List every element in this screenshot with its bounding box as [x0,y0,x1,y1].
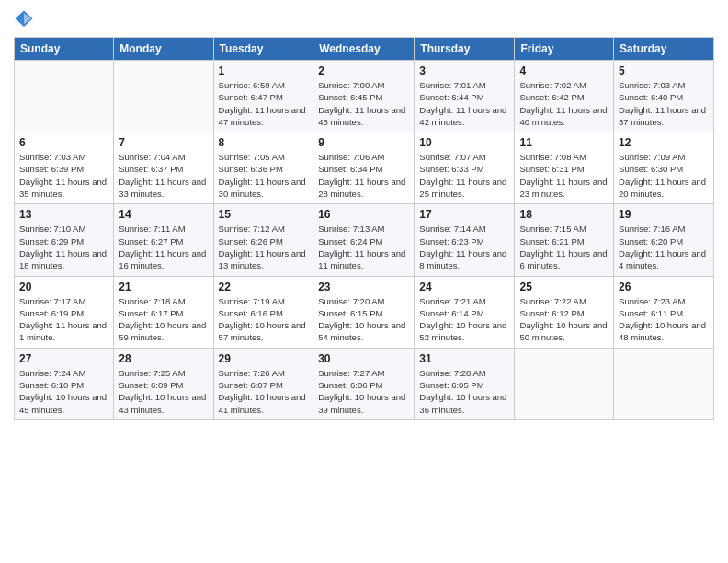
day-number: 4 [519,64,609,77]
day-number: 7 [119,136,208,149]
day-number: 15 [219,208,309,221]
day-number: 13 [19,208,108,221]
day-info: Sunrise: 7:06 AMSunset: 6:34 PMDaylight:… [318,151,409,200]
logo [14,9,38,29]
day-number: 30 [318,352,409,365]
day-info: Sunrise: 7:20 AMSunset: 6:15 PMDaylight:… [318,295,409,344]
day-info: Sunrise: 7:00 AMSunset: 6:45 PMDaylight:… [318,79,409,128]
day-info: Sunrise: 7:26 AMSunset: 6:07 PMDaylight:… [219,367,309,416]
day-number: 14 [119,208,208,221]
day-info: Sunrise: 7:25 AMSunset: 6:09 PMDaylight:… [119,367,208,416]
calendar-table: SundayMondayTuesdayWednesdayThursdayFrid… [14,37,714,420]
calendar-cell [515,348,614,419]
weekday-header-monday: Monday [114,38,213,61]
calendar-cell: 15Sunrise: 7:12 AMSunset: 6:26 PMDayligh… [213,204,313,276]
calendar-cell: 12Sunrise: 7:09 AMSunset: 6:30 PMDayligh… [614,132,714,204]
day-info: Sunrise: 7:11 AMSunset: 6:27 PMDaylight:… [119,223,208,271]
calendar-cell: 30Sunrise: 7:27 AMSunset: 6:06 PMDayligh… [313,348,415,419]
day-number: 28 [119,352,208,365]
day-info: Sunrise: 7:24 AMSunset: 6:10 PMDaylight:… [19,367,108,416]
day-number: 25 [519,281,609,293]
day-info: Sunrise: 7:08 AMSunset: 6:31 PMDaylight:… [519,151,609,200]
day-number: 5 [619,64,709,77]
day-number: 23 [318,281,409,293]
calendar-week-1: 1Sunrise: 6:59 AMSunset: 6:47 PMDaylight… [15,61,714,132]
day-number: 20 [19,281,108,293]
calendar-cell: 25Sunrise: 7:22 AMSunset: 6:12 PMDayligh… [515,276,614,348]
calendar-cell [614,348,714,419]
day-info: Sunrise: 7:27 AMSunset: 6:06 PMDaylight:… [318,367,409,416]
weekday-header-row: SundayMondayTuesdayWednesdayThursdayFrid… [15,38,714,61]
calendar-cell: 24Sunrise: 7:21 AMSunset: 6:14 PMDayligh… [415,276,515,348]
logo-icon [14,9,34,29]
calendar-cell: 17Sunrise: 7:14 AMSunset: 6:23 PMDayligh… [415,204,515,276]
day-info: Sunrise: 6:59 AMSunset: 6:47 PMDaylight:… [219,79,309,128]
day-number: 29 [219,352,309,365]
day-info: Sunrise: 7:23 AMSunset: 6:11 PMDaylight:… [619,295,709,344]
calendar-week-3: 13Sunrise: 7:10 AMSunset: 6:29 PMDayligh… [15,204,714,276]
day-info: Sunrise: 7:05 AMSunset: 6:36 PMDaylight:… [219,151,309,200]
day-info: Sunrise: 7:12 AMSunset: 6:26 PMDaylight:… [219,223,309,271]
day-info: Sunrise: 7:07 AMSunset: 6:33 PMDaylight:… [419,151,509,200]
day-info: Sunrise: 7:13 AMSunset: 6:24 PMDaylight:… [318,223,409,271]
day-number: 8 [219,136,309,149]
day-number: 16 [318,208,409,221]
calendar-cell: 13Sunrise: 7:10 AMSunset: 6:29 PMDayligh… [15,204,114,276]
calendar-cell: 27Sunrise: 7:24 AMSunset: 6:10 PMDayligh… [15,348,114,419]
day-info: Sunrise: 7:01 AMSunset: 6:44 PMDaylight:… [419,79,509,128]
day-info: Sunrise: 7:04 AMSunset: 6:37 PMDaylight:… [119,151,208,200]
calendar-week-5: 27Sunrise: 7:24 AMSunset: 6:10 PMDayligh… [15,348,714,419]
day-number: 10 [419,136,509,149]
day-info: Sunrise: 7:16 AMSunset: 6:20 PMDaylight:… [619,223,709,271]
calendar-cell: 26Sunrise: 7:23 AMSunset: 6:11 PMDayligh… [614,276,714,348]
day-number: 9 [318,136,409,149]
calendar-cell: 9Sunrise: 7:06 AMSunset: 6:34 PMDaylight… [313,132,415,204]
calendar-cell: 11Sunrise: 7:08 AMSunset: 6:31 PMDayligh… [515,132,614,204]
calendar-week-4: 20Sunrise: 7:17 AMSunset: 6:19 PMDayligh… [15,276,714,348]
calendar-cell: 20Sunrise: 7:17 AMSunset: 6:19 PMDayligh… [15,276,114,348]
calendar-cell: 10Sunrise: 7:07 AMSunset: 6:33 PMDayligh… [415,132,515,204]
calendar-cell: 19Sunrise: 7:16 AMSunset: 6:20 PMDayligh… [614,204,714,276]
day-info: Sunrise: 7:17 AMSunset: 6:19 PMDaylight:… [19,295,108,344]
weekday-header-friday: Friday [515,38,614,61]
calendar-cell: 28Sunrise: 7:25 AMSunset: 6:09 PMDayligh… [114,348,213,419]
day-number: 12 [619,136,709,149]
calendar-cell [114,61,213,132]
day-number: 3 [419,64,509,77]
calendar-cell: 23Sunrise: 7:20 AMSunset: 6:15 PMDayligh… [313,276,415,348]
calendar-cell [15,61,114,132]
calendar-cell: 5Sunrise: 7:03 AMSunset: 6:40 PMDaylight… [614,61,714,132]
day-info: Sunrise: 7:03 AMSunset: 6:39 PMDaylight:… [19,151,108,200]
header [14,9,714,29]
day-number: 17 [419,208,509,221]
day-info: Sunrise: 7:15 AMSunset: 6:21 PMDaylight:… [519,223,609,271]
calendar-cell: 21Sunrise: 7:18 AMSunset: 6:17 PMDayligh… [114,276,213,348]
day-info: Sunrise: 7:09 AMSunset: 6:30 PMDaylight:… [619,151,709,200]
calendar-cell: 1Sunrise: 6:59 AMSunset: 6:47 PMDaylight… [213,61,313,132]
weekday-header-wednesday: Wednesday [313,38,415,61]
day-info: Sunrise: 7:10 AMSunset: 6:29 PMDaylight:… [19,223,108,271]
day-number: 19 [619,208,709,221]
calendar-cell: 22Sunrise: 7:19 AMSunset: 6:16 PMDayligh… [213,276,313,348]
day-number: 24 [419,281,509,293]
day-number: 22 [219,281,309,293]
day-number: 6 [19,136,108,149]
day-number: 1 [219,64,309,77]
calendar-cell: 16Sunrise: 7:13 AMSunset: 6:24 PMDayligh… [313,204,415,276]
weekday-header-saturday: Saturday [614,38,714,61]
weekday-header-sunday: Sunday [15,38,114,61]
day-info: Sunrise: 7:22 AMSunset: 6:12 PMDaylight:… [519,295,609,344]
calendar-cell: 7Sunrise: 7:04 AMSunset: 6:37 PMDaylight… [114,132,213,204]
day-number: 27 [19,352,108,365]
day-info: Sunrise: 7:21 AMSunset: 6:14 PMDaylight:… [419,295,509,344]
calendar-cell: 6Sunrise: 7:03 AMSunset: 6:39 PMDaylight… [15,132,114,204]
weekday-header-thursday: Thursday [415,38,515,61]
calendar-cell: 14Sunrise: 7:11 AMSunset: 6:27 PMDayligh… [114,204,213,276]
day-number: 21 [119,281,208,293]
calendar-page: SundayMondayTuesdayWednesdayThursdayFrid… [0,0,728,563]
day-number: 31 [419,352,509,365]
calendar-week-2: 6Sunrise: 7:03 AMSunset: 6:39 PMDaylight… [15,132,714,204]
calendar-cell: 2Sunrise: 7:00 AMSunset: 6:45 PMDaylight… [313,61,415,132]
day-number: 2 [318,64,409,77]
calendar-cell: 29Sunrise: 7:26 AMSunset: 6:07 PMDayligh… [213,348,313,419]
